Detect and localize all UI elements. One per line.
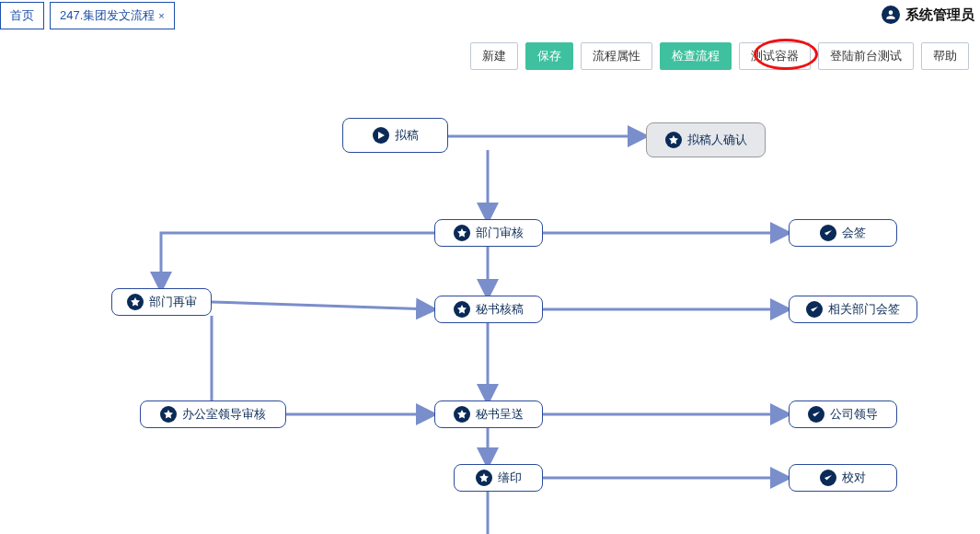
user-icon — [882, 6, 900, 24]
node-dept-rereview[interactable]: 部门再审 — [111, 288, 212, 316]
star-icon — [454, 225, 470, 241]
tab-home[interactable]: 首页 — [0, 2, 44, 29]
help-button[interactable]: 帮助 — [921, 42, 969, 70]
node-countersign[interactable]: 会签 — [789, 219, 897, 247]
star-icon — [160, 406, 177, 423]
new-button[interactable]: 新建 — [470, 42, 518, 70]
user-menu[interactable]: 系统管理员 — [882, 2, 974, 24]
tab-strip: 首页 247.集团发文流程 × — [0, 2, 175, 29]
user-name: 系统管理员 — [905, 6, 974, 24]
check-icon — [820, 225, 836, 241]
node-related-dept-sign[interactable]: 相关部门会签 — [789, 296, 917, 323]
check-icon — [808, 406, 824, 423]
node-secretary-check[interactable]: 秘书核稿 — [434, 296, 543, 323]
toolbar: 新建 保存 流程属性 检查流程 测试容器 登陆前台测试 帮助 — [470, 42, 969, 70]
svg-line-10 — [212, 302, 432, 309]
node-countersign-label: 会签 — [842, 225, 866, 241]
node-draft-label: 拟稿 — [395, 127, 419, 144]
close-icon[interactable]: × — [158, 10, 164, 21]
node-related-dept-sign-label: 相关部门会签 — [828, 301, 900, 318]
check-icon — [820, 470, 836, 486]
node-seal-label: 缮印 — [498, 470, 522, 486]
node-office-leader-review-label: 办公室领导审核 — [182, 406, 266, 423]
tab-active[interactable]: 247.集团发文流程 × — [50, 2, 175, 29]
node-dept-review-label: 部门审核 — [476, 225, 524, 241]
top-bar: 首页 247.集团发文流程 × 系统管理员 — [0, 0, 980, 31]
star-icon — [476, 470, 492, 486]
node-drafter-confirm[interactable]: 拟稿人确认 — [646, 122, 766, 157]
node-proofread-label: 校对 — [842, 470, 866, 486]
node-dept-review[interactable]: 部门审核 — [434, 219, 543, 247]
save-button[interactable]: 保存 — [525, 42, 573, 70]
test-container-button[interactable]: 测试容器 — [739, 42, 811, 70]
node-secretary-submit-label: 秘书呈送 — [476, 406, 524, 423]
check-icon — [806, 301, 823, 318]
play-icon — [373, 127, 389, 144]
node-company-leader-label: 公司领导 — [830, 406, 878, 423]
star-icon — [665, 132, 682, 148]
node-seal[interactable]: 缮印 — [454, 464, 543, 492]
flow-canvas[interactable]: 拟稿 拟稿人确认 部门审核 会签 部门再审 秘书核稿 相关部门会签 办公室领导审… — [0, 83, 980, 534]
node-proofread[interactable]: 校对 — [789, 464, 897, 492]
login-test-button[interactable]: 登陆前台测试 — [818, 42, 914, 70]
check-flow-button[interactable]: 检查流程 — [660, 42, 732, 70]
star-icon — [454, 301, 470, 318]
star-icon — [127, 294, 144, 310]
node-draft[interactable]: 拟稿 — [342, 118, 448, 153]
star-icon — [454, 406, 470, 423]
node-office-leader-review[interactable]: 办公室领导审核 — [140, 400, 286, 428]
tab-active-label: 247.集团发文流程 — [60, 7, 155, 24]
node-secretary-check-label: 秘书核稿 — [476, 301, 524, 318]
flow-props-button[interactable]: 流程属性 — [581, 42, 652, 70]
tab-home-label: 首页 — [10, 7, 34, 24]
node-drafter-confirm-label: 拟稿人确认 — [687, 132, 747, 148]
node-secretary-submit[interactable]: 秘书呈送 — [434, 400, 543, 428]
node-company-leader[interactable]: 公司领导 — [789, 400, 897, 428]
node-dept-rereview-label: 部门再审 — [149, 294, 197, 310]
